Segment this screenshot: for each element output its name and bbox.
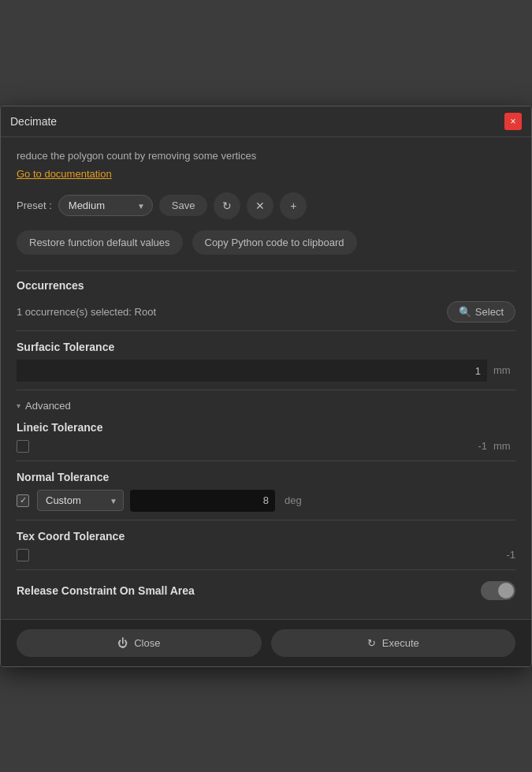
close-icon: ⏻ [117,637,128,649]
texcoord-label: Tex Coord Tolerance [17,530,515,543]
occurrences-section: Occurrences 1 occurrence(s) selected: Ro… [17,279,515,323]
search-icon: 🔍 [459,306,471,318]
surfacic-value: 1 [475,364,481,376]
surfacic-section: Surfacic Tolerance 1 mm [17,341,515,382]
preset-select[interactable]: Low Medium High Custom [58,195,153,216]
select-label: Select [475,306,504,318]
lineic-checkbox[interactable] [17,440,29,453]
normal-value-input[interactable] [130,490,275,512]
surfacic-slider-row: 1 mm [17,360,515,382]
execute-button[interactable]: ↻ Execute [271,629,516,657]
dialog-content: reduce the polygon count by removing som… [1,137,531,619]
copy-python-button[interactable]: Copy Python code to clipboard [192,230,357,255]
execute-icon: ↻ [367,637,376,649]
lineic-section: Lineic Tolerance -1 mm [17,421,515,453]
occurrences-text: 1 occurrence(s) selected: Root [17,306,156,318]
close-button[interactable]: ⏻ Close [17,629,262,657]
normal-dropdown-row: Custom Low Medium High deg [37,490,515,512]
toggle-knob [498,583,514,599]
divider-texcoord [17,520,515,520]
advanced-arrow-icon: ▾ [17,401,20,410]
lineic-unit: mm [493,440,515,452]
divider-occurrences [17,270,515,271]
texcoord-value-row: -1 [37,549,515,561]
save-button[interactable]: Save [159,195,208,216]
normal-unit: deg [285,494,307,506]
texcoord-value: -1 [506,549,515,561]
execute-label: Execute [382,637,419,649]
dialog-title: Decimate [10,115,57,128]
documentation-link[interactable]: Go to documentation [17,168,112,180]
title-bar: Decimate × [1,106,531,137]
lineic-value-row: -1 mm [37,440,515,452]
decimate-dialog: Decimate × reduce the polygon count by r… [0,106,532,667]
normal-section: Normal Tolerance Custom Low Medium High … [17,471,515,512]
texcoord-checkbox-row: -1 [17,549,515,561]
refresh-button[interactable]: ↻ [214,192,240,219]
normal-select[interactable]: Custom Low Medium High [37,490,124,511]
divider-surfacic [17,330,515,331]
normal-checkbox[interactable] [17,494,29,507]
surfacic-unit: mm [493,364,515,376]
surfacic-slider[interactable]: 1 [17,360,487,382]
preset-label: Preset : [17,200,52,211]
footer: ⏻ Close ↻ Execute [1,619,531,666]
occurrences-row: 1 occurrence(s) selected: Root 🔍 Select [17,301,515,323]
texcoord-checkbox[interactable] [17,549,29,561]
select-button[interactable]: 🔍 Select [447,301,515,323]
release-label: Release Constraint On Small Area [17,584,195,597]
release-toggle[interactable] [481,581,515,600]
surfacic-label: Surfacic Tolerance [17,341,515,353]
occurrences-title: Occurrences [17,279,515,292]
add-button[interactable]: + [280,192,307,219]
lineic-checkbox-row: -1 mm [17,440,515,453]
close-label: Close [134,637,160,649]
lineic-label: Lineic Tolerance [17,421,515,434]
release-row: Release Constraint On Small Area [17,581,515,600]
title-close-button[interactable]: × [504,113,522,130]
texcoord-section: Tex Coord Tolerance -1 [17,530,515,561]
remove-button[interactable]: ✕ [247,192,273,219]
normal-checkbox-row: Custom Low Medium High deg [17,490,515,512]
advanced-label: Advanced [25,400,71,412]
lineic-value: -1 [478,440,487,452]
divider-release [17,569,515,570]
restore-defaults-button[interactable]: Restore function default values [17,230,183,255]
actions-row: Restore function default values Copy Pyt… [17,230,515,255]
normal-label: Normal Tolerance [17,471,515,483]
preset-select-wrapper: Low Medium High Custom [58,195,153,216]
divider-normal [17,461,515,461]
preset-row: Preset : Low Medium High Custom Save ↻ ✕… [17,192,515,219]
description-text: reduce the polygon count by removing som… [17,150,515,162]
normal-select-wrapper: Custom Low Medium High [37,490,124,511]
advanced-toggle[interactable]: ▾ Advanced [17,400,515,412]
divider-advanced [17,390,515,390]
